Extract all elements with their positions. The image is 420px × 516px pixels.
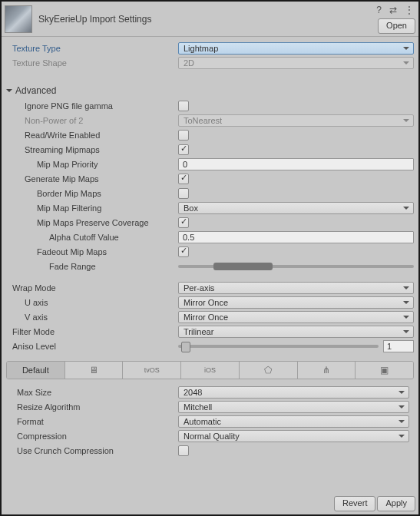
compression-dropdown[interactable]: Normal Quality — [178, 430, 409, 442]
alpha-cutoff-label: Alpha Cutoff Value — [2, 233, 178, 242]
tab-default[interactable]: Default — [7, 362, 65, 379]
readwrite-label: Read/Write Enabled — [2, 131, 178, 140]
v-axis-dropdown[interactable]: Mirror Once — [178, 311, 414, 323]
tab-standalone[interactable]: 🖥 — [65, 362, 124, 379]
mip-priority-label: Mip Map Priority — [2, 160, 178, 169]
border-mipmaps-label: Border Mip Maps — [2, 189, 178, 198]
preset-icon[interactable]: ⇄ — [389, 5, 397, 15]
tab-lumin[interactable]: ▣ — [356, 362, 413, 379]
generate-mipmaps-label: Generate Mip Maps — [2, 174, 178, 184]
aniso-level-slider[interactable] — [178, 345, 379, 348]
crunch-compression-checkbox[interactable] — [178, 445, 189, 456]
crunch-compression-label: Use Crunch Compression — [6, 446, 178, 455]
fadeout-mipmaps-label: Fadeout Mip Maps — [2, 247, 178, 256]
advanced-label: Advanced — [15, 85, 56, 96]
texture-type-dropdown[interactable]: Lightmap — [178, 42, 414, 55]
asset-thumbnail — [5, 5, 32, 33]
fade-range-label: Fade Range — [2, 262, 178, 271]
v-axis-label: V axis — [2, 313, 178, 322]
panel-body: Texture Type Lightmap Texture Shape 2D A… — [2, 37, 418, 461]
npot-label: Non-Power of 2 — [2, 116, 178, 125]
mipmap-filtering-label: Mip Map Filtering — [2, 203, 178, 213]
resize-algorithm-label: Resize Algorithm — [6, 402, 178, 412]
header-block: SkyEerieUp Import Settings ? ⇄ ⋮ Open — [2, 2, 418, 37]
platform-tab-contents: Max Size 2048 Resize Algorithm Mitchell … — [6, 382, 414, 461]
resize-algorithm-dropdown[interactable]: Mitchell — [178, 401, 409, 413]
tvos-icon: tvOS — [144, 366, 160, 374]
platform-tabs: Default 🖥 tvOS iOS ⬠ ⋔ ▣ — [6, 361, 414, 379]
fadeout-mipmaps-checkbox[interactable] — [178, 246, 189, 257]
border-mipmaps-checkbox[interactable] — [178, 188, 189, 199]
help-icon[interactable]: ? — [376, 5, 382, 15]
preserve-coverage-label: Mip Maps Preserve Coverage — [2, 218, 178, 227]
ignore-png-checkbox[interactable] — [178, 101, 189, 111]
foldout-arrow-icon — [6, 89, 12, 95]
texture-type-label: Texture Type — [2, 44, 178, 53]
wrap-mode-dropdown[interactable]: Per-axis — [178, 282, 414, 294]
compression-label: Compression — [6, 432, 178, 441]
panel-title: SkyEerieUp Import Settings — [38, 14, 151, 25]
texture-shape-label: Texture Shape — [2, 58, 178, 68]
readwrite-checkbox[interactable] — [178, 130, 189, 141]
mipmap-filtering-dropdown[interactable]: Box — [178, 202, 414, 214]
max-size-label: Max Size — [6, 388, 178, 397]
webgl-icon: ⬠ — [264, 365, 272, 375]
apply-button[interactable]: Apply — [377, 496, 415, 511]
streaming-mipmaps-label: Streaming Mipmaps — [2, 145, 178, 154]
format-dropdown[interactable]: Automatic — [178, 415, 409, 428]
alpha-cutoff-field[interactable]: 0.5 — [178, 231, 414, 243]
open-button[interactable]: Open — [378, 18, 415, 34]
max-size-dropdown[interactable]: 2048 — [178, 386, 409, 399]
inspector-panel: SkyEerieUp Import Settings ? ⇄ ⋮ Open Te… — [0, 0, 420, 516]
lumin-icon: ▣ — [380, 365, 389, 375]
revert-button[interactable]: Revert — [334, 496, 375, 511]
generate-mipmaps-checkbox[interactable] — [178, 174, 189, 184]
tab-webgl[interactable]: ⬠ — [240, 362, 298, 379]
filter-mode-dropdown[interactable]: Trilinear — [178, 326, 414, 338]
ios-icon: iOS — [204, 366, 216, 374]
texture-shape-dropdown: 2D — [178, 57, 414, 69]
filter-mode-label: Filter Mode — [2, 327, 178, 336]
u-axis-label: U axis — [2, 298, 178, 307]
monitor-icon: 🖥 — [89, 365, 98, 375]
context-menu-icon[interactable]: ⋮ — [405, 5, 414, 15]
aniso-level-label: Aniso Level — [2, 342, 178, 351]
format-label: Format — [6, 417, 178, 426]
tab-android[interactable]: ⋔ — [298, 362, 356, 379]
android-icon: ⋔ — [322, 365, 330, 375]
ignore-png-label: Ignore PNG file gamma — [2, 101, 178, 111]
streaming-mipmaps-checkbox[interactable] — [178, 144, 189, 155]
advanced-foldout[interactable]: Advanced — [2, 84, 418, 98]
fade-range-slider[interactable] — [178, 265, 414, 268]
aniso-level-field[interactable]: 1 — [383, 340, 414, 352]
footer-buttons: Revert Apply — [334, 496, 415, 511]
tab-ios[interactable]: iOS — [181, 362, 240, 379]
wrap-mode-label: Wrap Mode — [2, 283, 178, 293]
u-axis-dropdown[interactable]: Mirror Once — [178, 296, 414, 309]
mip-priority-field[interactable]: 0 — [178, 158, 414, 170]
npot-dropdown: ToNearest — [178, 114, 414, 127]
preserve-coverage-checkbox[interactable] — [178, 217, 189, 228]
tab-tvos[interactable]: tvOS — [123, 362, 181, 379]
